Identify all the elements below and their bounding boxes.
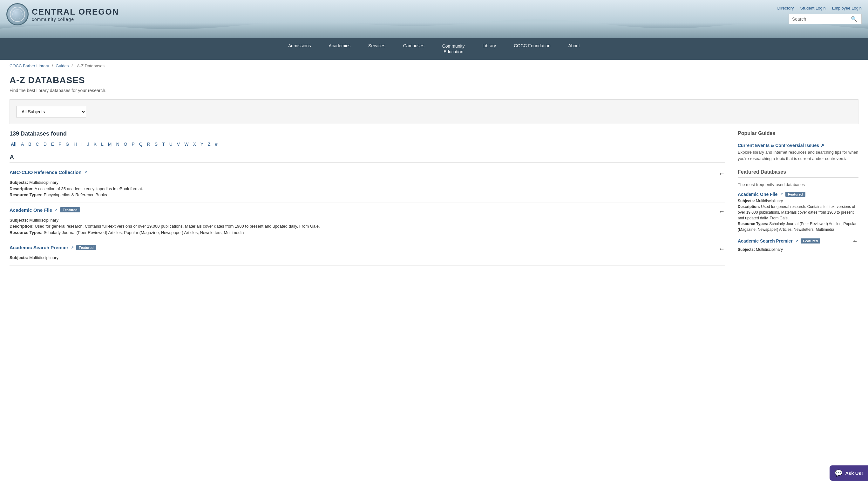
alpha-a[interactable]: A <box>20 141 25 147</box>
external-link-icon-3: ↗ <box>71 246 74 250</box>
db-item-title-2: Academic One File ↗ Featured <box>9 207 80 213</box>
alpha-n[interactable]: N <box>115 141 120 147</box>
db-item-academic-search-premier: Academic Search Premier ↗ Featured ⇜ Sub… <box>9 240 725 266</box>
share-button-abc-clio[interactable]: ⇜ <box>718 169 725 178</box>
alpha-q[interactable]: Q <box>138 141 144 147</box>
alpha-v[interactable]: V <box>176 141 181 147</box>
breadcrumb-guides[interactable]: Guides <box>56 64 69 68</box>
page-subtitle: Find the best library databases for your… <box>9 88 859 93</box>
share-button-academic-one-file[interactable]: ⇜ <box>718 207 725 216</box>
alpha-g[interactable]: G <box>64 141 70 147</box>
db-item-title: ABC-CLIO Reference Collection ↗ <box>9 169 87 175</box>
current-events-link[interactable]: Current Events & Controversial Issues ↗ <box>738 143 824 148</box>
alpha-c[interactable]: C <box>35 141 40 147</box>
section-a: A <box>9 154 725 163</box>
search-input[interactable] <box>792 17 851 22</box>
subject-filter[interactable]: All Subjects Arts & Humanities Business … <box>16 106 86 118</box>
db-link-abc-clio[interactable]: ABC-CLIO Reference Collection <box>9 169 82 175</box>
alpha-u[interactable]: U <box>168 141 174 147</box>
alpha-t[interactable]: T <box>161 141 166 147</box>
alpha-z[interactable]: Z <box>207 141 212 147</box>
results-count: 139 Databases found <box>9 130 725 137</box>
directory-link[interactable]: Directory <box>777 6 794 10</box>
alpha-w[interactable]: W <box>183 141 190 147</box>
popular-guides-title: Popular Guides <box>738 130 859 139</box>
sidebar-share-btn-asp[interactable]: ⇜ <box>852 237 859 246</box>
alpha-h[interactable]: H <box>72 141 78 147</box>
db-item-header-2: Academic One File ↗ Featured ⇜ <box>9 207 725 216</box>
search-button[interactable]: 🔍 <box>851 16 857 22</box>
sidebar-featured-badge-1: Featured <box>785 192 805 197</box>
db-meta-academic-one-file: Subjects: Multidisciplinary Description:… <box>9 217 725 236</box>
alpha-b[interactable]: B <box>27 141 32 147</box>
alpha-d[interactable]: D <box>42 141 48 147</box>
sidebar-db-academic-one-file: Academic One File ↗ Featured Subjects: M… <box>738 192 859 232</box>
alpha-y[interactable]: Y <box>199 141 205 147</box>
alpha-e[interactable]: E <box>50 141 55 147</box>
top-header: CENTRAL OREGON community college Directo… <box>0 0 868 38</box>
sidebar-link-academic-one-file[interactable]: Academic One File <box>738 192 777 197</box>
alpha-s[interactable]: S <box>153 141 159 147</box>
alpha-j[interactable]: J <box>86 141 91 147</box>
sidebar-ext-icon-2: ↗ <box>795 239 798 243</box>
nav-services[interactable]: Services <box>359 38 394 60</box>
nav-cocc-foundation[interactable]: COCC Foundation <box>505 38 559 60</box>
breadcrumb: COCC Barber Library / Guides / A-Z Datab… <box>0 60 868 72</box>
nav-academics[interactable]: Academics <box>320 38 359 60</box>
nav-library[interactable]: Library <box>473 38 505 60</box>
breadcrumb-sep2: / <box>71 64 74 68</box>
popular-guides-section: Popular Guides Current Events & Controve… <box>738 130 859 162</box>
nav-community-education[interactable]: CommunityEducation <box>433 38 474 60</box>
sidebar-ext-icon-1: ↗ <box>780 192 783 196</box>
nav-admissions[interactable]: Admissions <box>279 38 320 60</box>
db-item-academic-one-file: Academic One File ↗ Featured ⇜ Subjects:… <box>9 203 725 241</box>
alpha-x[interactable]: X <box>192 141 197 147</box>
alpha-nav: All A B C D E F G H I J K L M N O P Q R … <box>9 141 725 147</box>
breadcrumb-sep1: / <box>52 64 54 68</box>
logo-icon <box>6 3 29 25</box>
main-nav: Admissions Academics Services Campuses C… <box>0 38 868 60</box>
student-login-link[interactable]: Student Login <box>800 6 826 10</box>
filter-box: All Subjects Arts & Humanities Business … <box>9 99 859 124</box>
logo-text: CENTRAL OREGON community college <box>32 7 119 22</box>
db-item-header-3: Academic Search Premier ↗ Featured ⇜ <box>9 245 725 253</box>
alpha-l[interactable]: L <box>100 141 105 147</box>
sidebar-link-academic-search-premier[interactable]: Academic Search Premier <box>738 238 793 244</box>
db-link-academic-search-premier[interactable]: Academic Search Premier <box>9 245 68 250</box>
sidebar-db-academic-search-premier: Academic Search Premier ↗ Featured ⇜ Sub… <box>738 237 859 252</box>
alpha-p[interactable]: P <box>130 141 136 147</box>
alpha-f[interactable]: F <box>57 141 63 147</box>
logo-line2: community college <box>32 17 119 22</box>
alpha-m[interactable]: M <box>107 141 113 147</box>
sidebar-col: Popular Guides Current Events & Controve… <box>738 130 859 266</box>
breadcrumb-library[interactable]: COCC Barber Library <box>9 64 49 68</box>
nav-about[interactable]: About <box>559 38 589 60</box>
alpha-o[interactable]: O <box>123 141 129 147</box>
share-button-academic-search-premier[interactable]: ⇜ <box>718 245 725 253</box>
db-item-header: ABC-CLIO Reference Collection ↗ ⇜ <box>9 169 725 178</box>
sidebar-db-meta-asp: Subjects: Multidisciplinary <box>738 247 859 252</box>
alpha-i[interactable]: I <box>80 141 84 147</box>
alpha-hash[interactable]: # <box>214 141 219 147</box>
page-content: A-Z DATABASES Find the best library data… <box>0 72 868 275</box>
featured-badge-2: Featured <box>76 245 96 250</box>
alpha-all[interactable]: All <box>9 141 18 147</box>
external-link-icon-2: ↗ <box>55 208 58 212</box>
db-meta-academic-search-premier: Subjects: Multidisciplinary <box>9 255 725 261</box>
featured-databases-section: Featured Databases The most frequently-u… <box>738 169 859 252</box>
current-events-desc: Explore library and Internet resources a… <box>738 149 859 162</box>
sidebar-featured-badge-2: Featured <box>801 238 820 244</box>
nav-campuses[interactable]: Campuses <box>394 38 433 60</box>
db-item-abc-clio: ABC-CLIO Reference Collection ↗ ⇜ Subjec… <box>9 165 725 203</box>
db-meta-abc-clio: Subjects: Multidisciplinary Description:… <box>9 180 725 198</box>
top-right: Directory Student Login Employee Login 🔍 <box>777 3 862 24</box>
logo-area: CENTRAL OREGON community college <box>6 3 119 25</box>
db-link-academic-one-file[interactable]: Academic One File <box>9 207 52 213</box>
alpha-k[interactable]: K <box>92 141 98 147</box>
employee-login-link[interactable]: Employee Login <box>832 6 862 10</box>
alpha-r[interactable]: R <box>146 141 152 147</box>
featured-databases-subtitle: The most frequently-used databases <box>738 182 859 188</box>
breadcrumb-current: A-Z Databases <box>77 64 104 68</box>
top-links: Directory Student Login Employee Login <box>777 6 862 10</box>
main-col: 139 Databases found All A B C D E F G H … <box>9 130 725 266</box>
